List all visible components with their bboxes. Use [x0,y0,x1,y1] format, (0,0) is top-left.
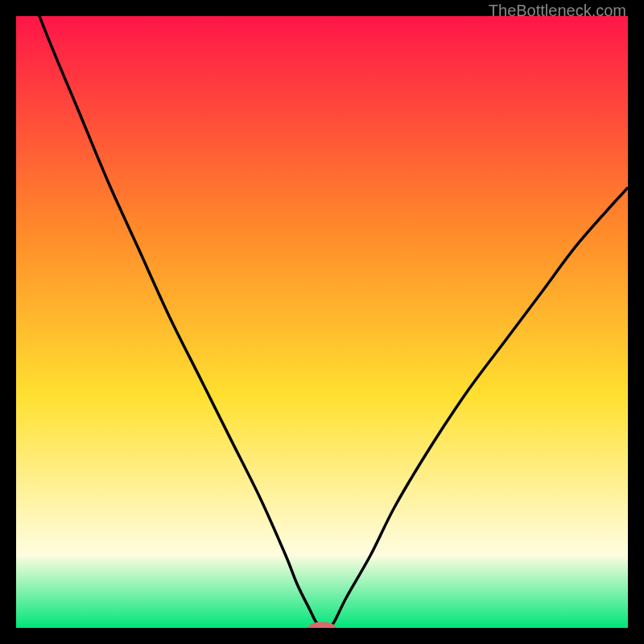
minimum-marker [308,621,336,628]
watermark-text: TheBottleneck.com [489,2,626,20]
plot-area [16,16,628,628]
chart-container: TheBottleneck.com [0,0,644,644]
curve-line [16,16,628,628]
bottleneck-curve [16,16,628,628]
